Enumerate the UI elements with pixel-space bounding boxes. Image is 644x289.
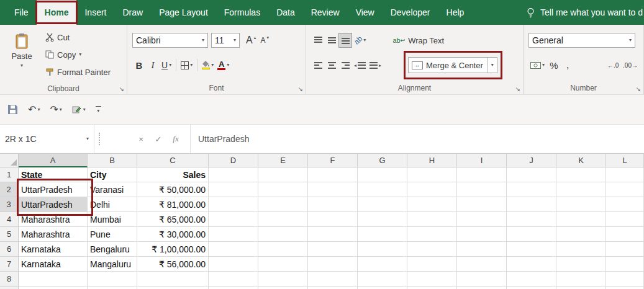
cell-G5[interactable]	[358, 227, 407, 242]
cell-H5[interactable]	[407, 227, 457, 242]
select-all-corner[interactable]	[0, 154, 19, 167]
tab-home[interactable]: Home	[37, 0, 77, 25]
cell-K2[interactable]	[556, 182, 606, 197]
cell-I6[interactable]	[457, 242, 507, 257]
column-header-F[interactable]: F	[308, 154, 358, 167]
cell-L9[interactable]	[606, 287, 644, 289]
cell-J4[interactable]	[507, 212, 556, 227]
cell-L5[interactable]	[606, 227, 644, 242]
cell-C5[interactable]: ₹ 30,000.00	[137, 227, 209, 242]
cell-I4[interactable]	[457, 212, 507, 227]
cell-L3[interactable]	[606, 197, 644, 212]
column-header-I[interactable]: I	[457, 154, 507, 167]
cell-G3[interactable]	[358, 197, 407, 212]
align-right-button[interactable]	[338, 58, 352, 73]
quick-access-tool-button[interactable]: ▾	[71, 104, 87, 116]
wrap-text-button[interactable]: ab↩ Wrap Text	[389, 33, 448, 48]
cell-E3[interactable]	[258, 197, 308, 212]
cell-K7[interactable]	[556, 257, 606, 272]
cell-F9[interactable]	[308, 287, 358, 289]
cell-D3[interactable]	[209, 197, 258, 212]
column-header-J[interactable]: J	[507, 154, 556, 167]
cell-E4[interactable]	[258, 212, 308, 227]
row-header-5[interactable]: 5	[0, 227, 19, 242]
column-header-C[interactable]: C	[137, 154, 209, 167]
cell-B9[interactable]	[88, 287, 137, 289]
column-header-H[interactable]: H	[407, 154, 457, 167]
dialog-launcher-icon[interactable]: ↘	[298, 86, 303, 92]
tab-data[interactable]: Data	[268, 0, 303, 25]
italic-button[interactable]: I	[146, 58, 160, 73]
cut-button[interactable]: Cut	[43, 30, 112, 45]
cell-F4[interactable]	[308, 212, 358, 227]
cell-L1[interactable]	[606, 167, 644, 182]
cell-B7[interactable]: Mangaluru	[88, 257, 137, 272]
cell-H9[interactable]	[407, 287, 457, 289]
cell-C7[interactable]: ₹ 56,000.00	[137, 257, 209, 272]
column-header-K[interactable]: K	[556, 154, 606, 167]
grow-font-button[interactable]: A ▴	[244, 33, 258, 48]
cell-H8[interactable]	[407, 272, 457, 287]
cell-H4[interactable]	[407, 212, 457, 227]
cell-G2[interactable]	[358, 182, 407, 197]
cell-A2[interactable]: UttarPradesh	[19, 182, 88, 197]
cell-A6[interactable]: Karnataka	[19, 242, 88, 257]
cell-C2[interactable]: ₹ 50,000.00	[137, 182, 209, 197]
column-header-G[interactable]: G	[358, 154, 407, 167]
cell-G6[interactable]	[358, 242, 407, 257]
customize-quick-access-button[interactable]: ▾	[94, 105, 102, 115]
tab-help[interactable]: Help	[438, 0, 473, 25]
cell-G4[interactable]	[358, 212, 407, 227]
cell-A5[interactable]: Maharashtra	[19, 227, 88, 242]
cell-J7[interactable]	[507, 257, 556, 272]
align-bottom-button[interactable]	[338, 33, 352, 48]
column-header-E[interactable]: E	[258, 154, 308, 167]
cell-C8[interactable]	[137, 272, 209, 287]
cell-H3[interactable]	[407, 197, 457, 212]
cell-D9[interactable]	[209, 287, 258, 289]
cell-J3[interactable]	[507, 197, 556, 212]
cell-C1[interactable]: Sales	[137, 167, 209, 182]
cell-K3[interactable]	[556, 197, 606, 212]
increase-indent-button[interactable]: ▸	[368, 58, 383, 73]
merge-center-button[interactable]: ↔ Merge & Center ▾	[408, 57, 497, 73]
cell-G1[interactable]	[358, 167, 407, 182]
dialog-launcher-icon[interactable]: ↘	[515, 86, 520, 92]
cell-J1[interactable]	[507, 167, 556, 182]
cell-I2[interactable]	[457, 182, 507, 197]
cell-E7[interactable]	[258, 257, 308, 272]
cell-J2[interactable]	[507, 182, 556, 197]
cancel-button[interactable]: ×	[134, 132, 148, 146]
cell-L6[interactable]	[606, 242, 644, 257]
cell-A7[interactable]: Karnataka	[19, 257, 88, 272]
insert-function-button[interactable]: fx	[169, 132, 183, 146]
cell-G7[interactable]	[358, 257, 407, 272]
cell-K8[interactable]	[556, 272, 606, 287]
format-painter-button[interactable]: Format Painter	[43, 64, 112, 79]
tab-insert[interactable]: Insert	[76, 0, 114, 25]
tab-view[interactable]: View	[348, 0, 383, 25]
enter-button[interactable]: ✓	[152, 132, 165, 146]
cell-E6[interactable]	[258, 242, 308, 257]
underline-button[interactable]: U ▾	[160, 58, 173, 73]
borders-button[interactable]: ▾	[179, 58, 194, 73]
formula-bar-resize-handle[interactable]	[94, 125, 104, 153]
cell-B8[interactable]	[88, 272, 137, 287]
column-header-B[interactable]: B	[88, 154, 137, 167]
cell-E5[interactable]	[258, 227, 308, 242]
dialog-launcher-icon[interactable]: ↘	[636, 86, 641, 92]
cell-D2[interactable]	[209, 182, 258, 197]
cell-I9[interactable]	[457, 287, 507, 289]
align-left-button[interactable]	[311, 58, 325, 73]
fill-color-button[interactable]: ▾	[200, 58, 215, 73]
cell-F8[interactable]	[308, 272, 358, 287]
cell-F3[interactable]	[308, 197, 358, 212]
save-button[interactable]	[6, 103, 19, 116]
cell-A4[interactable]: Maharashtra	[19, 212, 88, 227]
cell-I8[interactable]	[457, 272, 507, 287]
align-middle-button[interactable]	[325, 33, 338, 48]
cell-D6[interactable]	[209, 242, 258, 257]
cell-A8[interactable]	[19, 272, 88, 287]
cell-H1[interactable]	[407, 167, 457, 182]
font-color-button[interactable]: A ▾	[215, 58, 231, 73]
